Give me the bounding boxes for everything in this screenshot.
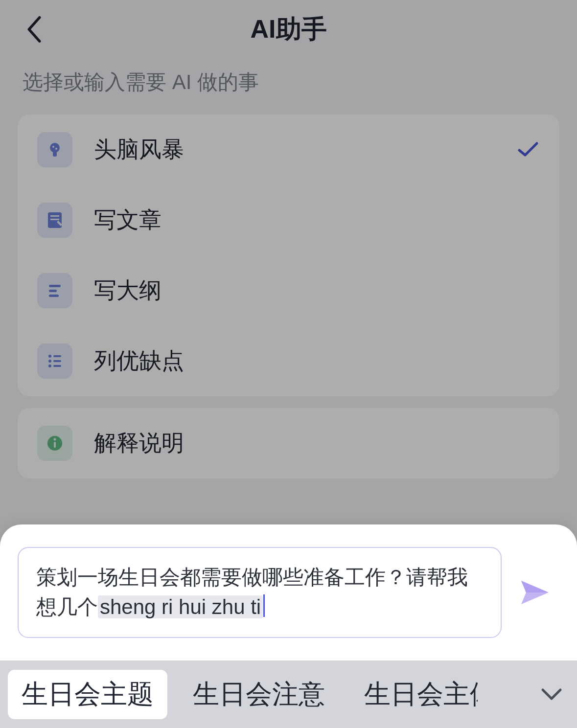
send-button[interactable] [510, 579, 559, 606]
input-sheet: 策划一场生日会都需要做哪些准备工作？请帮我想几个sheng ri hui zhu… [0, 524, 577, 660]
ime-expand-button[interactable] [534, 677, 569, 712]
ime-candidate[interactable]: 生日会注意 [179, 670, 339, 719]
ime-candidate-bar: 生日会主题 生日会注意 生日会主体 [0, 660, 577, 728]
text-caret [263, 594, 265, 617]
app-root: AI助手 选择或输入需要 AI 做的事 头脑风暴 写文章 [0, 0, 577, 728]
ime-composition-text: sheng ri hui zhu ti [98, 595, 263, 618]
send-icon [519, 579, 551, 606]
chevron-down-icon [540, 687, 563, 702]
ime-candidate[interactable]: 生日会主题 [8, 670, 167, 719]
ime-candidate[interactable]: 生日会主体 [350, 670, 478, 719]
prompt-input[interactable]: 策划一场生日会都需要做哪些准备工作？请帮我想几个sheng ri hui zhu… [18, 547, 502, 638]
